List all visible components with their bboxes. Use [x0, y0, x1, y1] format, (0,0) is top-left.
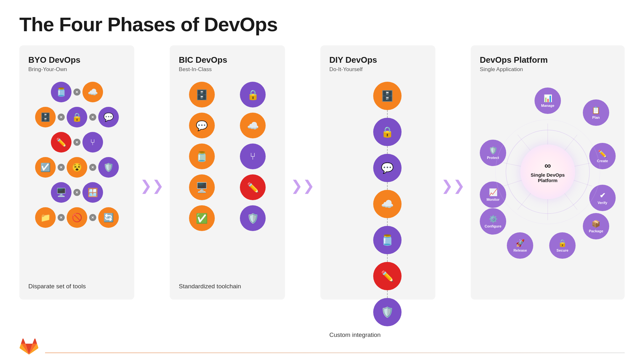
bic-icon-9: ✅	[189, 205, 215, 231]
byo-icon-8: ☑️	[35, 157, 56, 178]
phase-byo: BYO DevOps Bring-Your-Own 🫙 ✕ ☁️ 🗄️ ✕ 🔒 …	[19, 45, 134, 300]
diy-icon-4: ☁️	[373, 190, 402, 218]
byo-icon-5: 💬	[98, 107, 119, 127]
platform-diagram: ∞ Single DevOps Platform 📊 Manage 📋 Plan…	[480, 79, 616, 265]
diy-icon-2: 🔒	[373, 118, 402, 146]
byo-icon-13: 📁	[35, 207, 56, 228]
byo-row-4: ☑️ ✕ 😵 ✕ 🛡️	[35, 157, 119, 178]
platform-center-line2: Platform	[538, 178, 558, 183]
byo-icon-7: ⑂	[82, 132, 103, 153]
page-title: The Four Phases of DevOps	[19, 13, 625, 36]
diy-title: DIY DevOps	[329, 55, 426, 65]
diy-connector-5	[387, 254, 388, 262]
diy-connector-1	[387, 110, 388, 118]
byo-row-3: ✏️ ✕ ⑂	[51, 132, 103, 153]
byo-icon-14: 🚫	[67, 207, 87, 228]
byo-x-2: ✕	[58, 114, 65, 121]
diy-icon-3: 💬	[373, 154, 402, 182]
phase-diy: DIY DevOps Do-It-Yourself 🗄️ 🔒 💬 ☁️ 🫙 ✏️…	[320, 45, 435, 300]
platform-center: ∞ Single DevOps Platform	[520, 144, 575, 199]
gitlab-logo	[19, 338, 39, 356]
byo-icon-4: 🔒	[67, 107, 87, 127]
bic-title: BIC DevOps	[179, 55, 276, 65]
diy-subtitle: Do-It-Yourself	[329, 66, 426, 73]
diy-icon-6: ✏️	[373, 262, 402, 290]
bic-icon-5: 🫙	[189, 144, 215, 169]
footer-divider	[45, 353, 625, 353]
bic-icon-4: ☁️	[240, 113, 266, 138]
phase-bic: BIC DevOps Best-In-Class 🗄️ 🔒 💬 ☁️ 🫙 ⑂ 🖥…	[170, 45, 285, 300]
byo-row-5: 🖥️ ✕ 🪟	[51, 182, 103, 203]
gitlab-logo-svg	[19, 338, 39, 356]
byo-icon-1: 🫙	[51, 82, 71, 102]
byo-x-6: ✕	[89, 164, 96, 171]
bic-subtitle: Best-In-Class	[179, 66, 276, 73]
diy-icon-7: 🛡️	[373, 298, 402, 326]
byo-x-5: ✕	[58, 164, 65, 171]
byo-icon-9: 😵	[67, 157, 87, 178]
diy-connector-4	[387, 218, 388, 226]
byo-x-7: ✕	[73, 189, 80, 196]
bic-icon-2: 🔒	[240, 82, 266, 107]
arrow-icon-2: ❯❯	[291, 177, 315, 194]
byo-icon-15: 🔄	[98, 207, 119, 228]
bic-icon-7: 🖥️	[189, 174, 215, 200]
diy-chain: 🗄️ 🔒 💬 ☁️ 🫙 ✏️ 🛡️	[329, 82, 426, 326]
arrow-icon-1: ❯❯	[140, 177, 164, 194]
diy-connector-6	[387, 290, 388, 298]
byo-icon-2: ☁️	[82, 82, 103, 102]
arrow-icon-3: ❯❯	[441, 177, 465, 194]
byo-icon-10: 🛡️	[98, 157, 119, 178]
arrow-2: ❯❯	[291, 45, 315, 300]
phases-container: BYO DevOps Bring-Your-Own 🫙 ✕ ☁️ 🗄️ ✕ 🔒 …	[19, 45, 625, 300]
platform-infinity-icon: ∞	[545, 161, 551, 171]
bic-icon-3: 💬	[189, 113, 215, 138]
platform-title: DevOps Platform	[480, 55, 616, 65]
byo-icon-3: 🗄️	[35, 107, 56, 127]
byo-title: BYO DevOps	[28, 55, 125, 65]
platform-center-line1: Single DevOps	[531, 172, 565, 178]
platform-subtitle: Single Application	[480, 66, 616, 73]
diy-icon-1: 🗄️	[373, 82, 402, 110]
diy-connector-3	[387, 182, 388, 190]
byo-row-6: 📁 ✕ 🚫 ✕ 🔄	[35, 207, 119, 228]
byo-x-9: ✕	[89, 214, 96, 221]
arrow-1: ❯❯	[140, 45, 164, 300]
byo-x-1: ✕	[73, 88, 80, 96]
byo-x-4: ✕	[73, 139, 80, 146]
diy-footer: Custom integration	[329, 326, 426, 339]
byo-x-3: ✕	[89, 114, 96, 121]
bic-icon-8: ✏️	[240, 174, 266, 200]
byo-row-2: 🗄️ ✕ 🔒 ✕ 💬	[35, 107, 119, 127]
byo-icon-11: 🖥️	[51, 182, 71, 203]
byo-icons-grid: 🫙 ✕ ☁️ 🗄️ ✕ 🔒 ✕ 💬 ✏️ ✕ ⑂ ☑️ ✕	[28, 82, 125, 228]
byo-row-1: 🫙 ✕ ☁️	[51, 82, 103, 102]
bic-icon-10: 🛡️	[240, 205, 266, 231]
byo-icon-6: ✏️	[51, 132, 71, 153]
byo-subtitle: Bring-Your-Own	[28, 66, 125, 73]
bic-icon-1: 🗄️	[189, 82, 215, 107]
bic-footer: Standardized toolchain	[179, 278, 276, 290]
byo-icon-12: 🪟	[82, 182, 103, 203]
bic-icon-6: ⑂	[240, 144, 266, 169]
bic-icons-grid: 🗄️ 🔒 💬 ☁️ 🫙 ⑂ 🖥️ ✏️ ✅ 🛡️	[179, 82, 276, 231]
byo-x-8: ✕	[58, 214, 65, 221]
phase-platform: DevOps Platform Single Application	[471, 45, 625, 300]
arrow-3: ❯❯	[441, 45, 465, 300]
diy-icon-5: 🫙	[373, 226, 402, 254]
diy-connector-2	[387, 146, 388, 154]
byo-footer: Disparate set of tools	[28, 278, 125, 290]
